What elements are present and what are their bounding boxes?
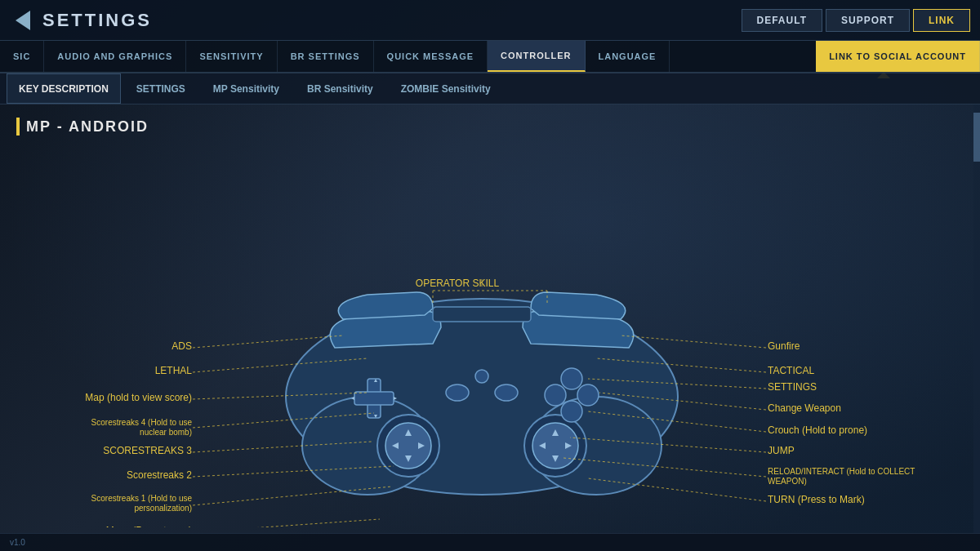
tab-controller[interactable]: CONTROLLER bbox=[488, 41, 585, 72]
header-left: SETTINGS bbox=[10, 7, 152, 33]
tab-language[interactable]: LANGUAGE bbox=[586, 41, 670, 72]
svg-point-23 bbox=[577, 384, 599, 406]
svg-text:Scorestreaks 4 (Hold to use: Scorestreaks 4 (Hold to use bbox=[91, 418, 193, 427]
section-title-text: MP - ANDROID bbox=[26, 118, 149, 136]
page-title: SETTINGS bbox=[42, 10, 152, 31]
svg-text:TURN (Press to Mark): TURN (Press to Mark) bbox=[768, 494, 865, 505]
svg-rect-5 bbox=[354, 392, 394, 405]
svg-point-26 bbox=[446, 384, 469, 401]
svg-text:JUMP: JUMP bbox=[768, 445, 795, 456]
default-button[interactable]: DEFAULT bbox=[742, 9, 822, 32]
svg-point-28 bbox=[475, 370, 488, 383]
content-main: MP - ANDROID .lbl { fill: #e8c840; font-… bbox=[0, 104, 973, 533]
header-buttons: DEFAULT SUPPORT LINK bbox=[742, 9, 970, 32]
svg-text:LETHAL: LETHAL bbox=[155, 365, 193, 376]
header: SETTINGS DEFAULT SUPPORT LINK bbox=[0, 0, 980, 41]
tab-link-social[interactable]: LINK TO SOCIAL ACCOUNT bbox=[816, 41, 980, 72]
tab-sensitivity[interactable]: SENSITIVITY bbox=[186, 41, 277, 72]
tab-br-settings[interactable]: BR SETTINGS bbox=[278, 41, 374, 72]
svg-text:WEAPON): WEAPON) bbox=[768, 477, 807, 486]
scrollbar[interactable] bbox=[973, 104, 980, 533]
subtab-mp-sensitivity[interactable]: MP Sensitivity bbox=[201, 73, 292, 104]
svg-text:TACTICAL: TACTICAL bbox=[768, 365, 814, 376]
svg-text:Scorestreaks 2: Scorestreaks 2 bbox=[127, 469, 192, 481]
content: MP - ANDROID .lbl { fill: #e8c840; font-… bbox=[0, 104, 980, 533]
back-arrow-icon bbox=[16, 11, 30, 30]
subtab-settings[interactable]: SETTINGS bbox=[124, 73, 198, 104]
subtab-br-sensitivity[interactable]: BR Sensitivity bbox=[295, 73, 385, 104]
svg-text:OPERATOR SKILL: OPERATOR SKILL bbox=[416, 278, 500, 289]
support-button[interactable]: SUPPORT bbox=[826, 9, 910, 32]
svg-point-22 bbox=[561, 368, 582, 389]
back-button[interactable] bbox=[10, 7, 36, 33]
svg-text:Change Weapon: Change Weapon bbox=[768, 402, 841, 414]
svg-text:SETTINGS: SETTINGS bbox=[768, 381, 817, 393]
svg-text:Move (Press to run): Move (Press to run) bbox=[106, 525, 192, 527]
subtab-key-description[interactable]: KEY DESCRIPTION bbox=[7, 73, 121, 104]
nav-tabs: SIC AUDIO AND GRAPHICS SENSITIVITY BR SE… bbox=[0, 41, 980, 73]
svg-text:Map (hold to view score): Map (hold to view score) bbox=[85, 392, 192, 403]
link-button[interactable]: LINK bbox=[913, 9, 970, 32]
controller-diagram: .lbl { fill: #e8c840; font-size: 12px; f… bbox=[16, 152, 947, 527]
svg-text:Scorestreaks 1 (Hold to use: Scorestreaks 1 (Hold to use bbox=[91, 494, 193, 503]
tab-audio[interactable]: AUDIO AND GRAPHICS bbox=[44, 41, 186, 72]
svg-rect-3 bbox=[433, 307, 531, 322]
subtab-zombie-sensitivity[interactable]: ZOMBIE Sensitivity bbox=[389, 73, 503, 104]
svg-text:SCORESTREAKS 3: SCORESTREAKS 3 bbox=[103, 445, 192, 456]
svg-line-51 bbox=[193, 519, 380, 527]
svg-text:ADS: ADS bbox=[172, 340, 192, 352]
svg-text:nuclear bomb): nuclear bomb) bbox=[140, 428, 192, 437]
svg-point-24 bbox=[561, 401, 582, 422]
svg-text:RELOAD/INTERACT (Hold to COLLE: RELOAD/INTERACT (Hold to COLLECT bbox=[768, 467, 915, 476]
scrollbar-thumb[interactable] bbox=[973, 113, 980, 162]
bottom-bar: v1.0 bbox=[0, 533, 980, 551]
svg-text:Gunfire: Gunfire bbox=[768, 340, 800, 352]
svg-point-25 bbox=[545, 384, 566, 406]
section-title: MP - ANDROID bbox=[16, 118, 957, 136]
controller-area: .lbl { fill: #e8c840; font-size: 12px; f… bbox=[16, 152, 957, 533]
svg-text:Crouch (Hold to prone): Crouch (Hold to prone) bbox=[768, 424, 867, 436]
bottom-text: v1.0 bbox=[10, 538, 25, 547]
sub-tabs: KEY DESCRIPTION SETTINGS MP Sensitivity … bbox=[0, 73, 980, 104]
svg-point-27 bbox=[495, 384, 518, 401]
main-container: SETTINGS DEFAULT SUPPORT LINK SIC AUDIO … bbox=[0, 0, 980, 551]
tab-basic[interactable]: SIC bbox=[0, 41, 44, 72]
svg-text:personalization): personalization) bbox=[134, 504, 192, 513]
title-accent-bar bbox=[16, 118, 20, 136]
tab-quick-message[interactable]: QUICK MESSAGE bbox=[374, 41, 488, 72]
